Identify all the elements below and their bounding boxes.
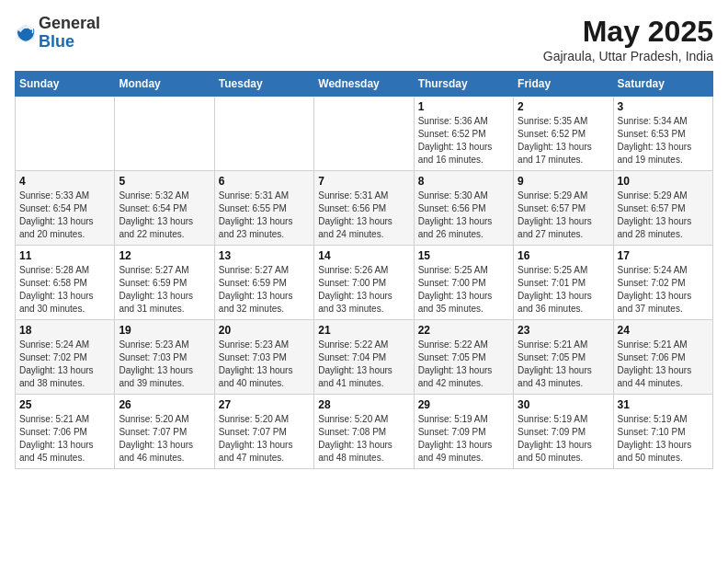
calendar-table: SundayMondayTuesdayWednesdayThursdayFrid… <box>15 71 713 469</box>
calendar-title: May 2025 <box>543 15 713 49</box>
day-detail: Sunrise: 5:32 AM Sunset: 6:54 PM Dayligh… <box>119 190 210 241</box>
day-cell: 31Sunrise: 5:19 AM Sunset: 7:10 PM Dayli… <box>613 395 712 469</box>
day-detail: Sunrise: 5:23 AM Sunset: 7:03 PM Dayligh… <box>119 339 210 390</box>
weekday-header-wednesday: Wednesday <box>314 72 414 97</box>
day-cell: 6Sunrise: 5:31 AM Sunset: 6:55 PM Daylig… <box>214 171 313 246</box>
weekday-header-monday: Monday <box>115 72 214 97</box>
day-detail: Sunrise: 5:29 AM Sunset: 6:57 PM Dayligh… <box>618 190 709 241</box>
day-number: 13 <box>219 249 310 262</box>
title-area: May 2025 Gajraula, Uttar Pradesh, India <box>543 15 713 63</box>
week-row-4: 18Sunrise: 5:24 AM Sunset: 7:02 PM Dayli… <box>16 320 713 395</box>
day-number: 5 <box>119 175 210 188</box>
day-number: 3 <box>618 100 709 113</box>
day-detail: Sunrise: 5:23 AM Sunset: 7:03 PM Dayligh… <box>219 339 310 390</box>
day-number: 22 <box>418 324 509 337</box>
day-detail: Sunrise: 5:19 AM Sunset: 7:09 PM Dayligh… <box>418 413 509 465</box>
weekday-header-saturday: Saturday <box>613 72 712 97</box>
day-detail: Sunrise: 5:21 AM Sunset: 7:06 PM Dayligh… <box>19 413 110 465</box>
day-number: 30 <box>518 398 609 411</box>
day-number: 8 <box>418 175 509 188</box>
day-cell: 1Sunrise: 5:36 AM Sunset: 6:52 PM Daylig… <box>414 97 513 171</box>
day-detail: Sunrise: 5:27 AM Sunset: 6:59 PM Dayligh… <box>119 264 210 316</box>
day-detail: Sunrise: 5:29 AM Sunset: 6:57 PM Dayligh… <box>518 190 609 241</box>
logo-icon <box>15 22 37 44</box>
day-detail: Sunrise: 5:22 AM Sunset: 7:05 PM Dayligh… <box>418 339 509 390</box>
day-cell: 28Sunrise: 5:20 AM Sunset: 7:08 PM Dayli… <box>314 395 414 469</box>
day-number: 31 <box>618 398 709 411</box>
day-cell: 2Sunrise: 5:35 AM Sunset: 6:52 PM Daylig… <box>514 97 613 171</box>
day-cell: 27Sunrise: 5:20 AM Sunset: 7:07 PM Dayli… <box>214 395 313 469</box>
day-cell: 29Sunrise: 5:19 AM Sunset: 7:09 PM Dayli… <box>414 395 513 469</box>
day-detail: Sunrise: 5:22 AM Sunset: 7:04 PM Dayligh… <box>318 339 409 390</box>
day-number: 18 <box>19 324 110 337</box>
day-detail: Sunrise: 5:34 AM Sunset: 6:53 PM Dayligh… <box>618 115 709 167</box>
day-detail: Sunrise: 5:25 AM Sunset: 7:01 PM Dayligh… <box>518 264 609 316</box>
day-cell: 5Sunrise: 5:32 AM Sunset: 6:54 PM Daylig… <box>115 171 214 246</box>
day-detail: Sunrise: 5:19 AM Sunset: 7:09 PM Dayligh… <box>518 413 609 465</box>
day-cell: 7Sunrise: 5:31 AM Sunset: 6:56 PM Daylig… <box>314 171 414 246</box>
day-number: 11 <box>19 249 110 262</box>
day-number: 16 <box>518 249 609 262</box>
day-number: 2 <box>518 100 609 113</box>
day-cell: 13Sunrise: 5:27 AM Sunset: 6:59 PM Dayli… <box>214 246 313 320</box>
day-detail: Sunrise: 5:24 AM Sunset: 7:02 PM Dayligh… <box>618 264 709 316</box>
day-detail: Sunrise: 5:28 AM Sunset: 6:58 PM Dayligh… <box>19 264 110 316</box>
day-detail: Sunrise: 5:20 AM Sunset: 7:08 PM Dayligh… <box>318 413 409 465</box>
day-number: 29 <box>418 398 509 411</box>
weekday-header-thursday: Thursday <box>414 72 513 97</box>
day-detail: Sunrise: 5:30 AM Sunset: 6:56 PM Dayligh… <box>418 190 509 241</box>
day-detail: Sunrise: 5:36 AM Sunset: 6:52 PM Dayligh… <box>418 115 509 167</box>
day-number: 21 <box>318 324 409 337</box>
logo-text: General Blue <box>39 15 100 52</box>
weekday-header-friday: Friday <box>514 72 613 97</box>
day-number: 24 <box>618 324 709 337</box>
day-detail: Sunrise: 5:20 AM Sunset: 7:07 PM Dayligh… <box>119 413 210 465</box>
day-number: 28 <box>318 398 409 411</box>
day-number: 19 <box>119 324 210 337</box>
day-number: 20 <box>219 324 310 337</box>
day-cell: 10Sunrise: 5:29 AM Sunset: 6:57 PM Dayli… <box>613 171 712 246</box>
day-cell: 11Sunrise: 5:28 AM Sunset: 6:58 PM Dayli… <box>16 246 115 320</box>
day-detail: Sunrise: 5:35 AM Sunset: 6:52 PM Dayligh… <box>518 115 609 167</box>
day-cell: 4Sunrise: 5:33 AM Sunset: 6:54 PM Daylig… <box>16 171 115 246</box>
week-row-5: 25Sunrise: 5:21 AM Sunset: 7:06 PM Dayli… <box>16 395 713 469</box>
day-detail: Sunrise: 5:25 AM Sunset: 7:00 PM Dayligh… <box>418 264 509 316</box>
day-cell <box>314 97 414 171</box>
day-number: 25 <box>19 398 110 411</box>
weekday-header-row: SundayMondayTuesdayWednesdayThursdayFrid… <box>16 72 713 97</box>
day-cell: 20Sunrise: 5:23 AM Sunset: 7:03 PM Dayli… <box>214 320 313 395</box>
day-cell: 16Sunrise: 5:25 AM Sunset: 7:01 PM Dayli… <box>514 246 613 320</box>
day-cell <box>214 97 313 171</box>
weekday-header-tuesday: Tuesday <box>214 72 313 97</box>
day-cell: 17Sunrise: 5:24 AM Sunset: 7:02 PM Dayli… <box>613 246 712 320</box>
weekday-header-sunday: Sunday <box>16 72 115 97</box>
calendar-subtitle: Gajraula, Uttar Pradesh, India <box>543 49 713 63</box>
day-cell: 24Sunrise: 5:21 AM Sunset: 7:06 PM Dayli… <box>613 320 712 395</box>
day-detail: Sunrise: 5:31 AM Sunset: 6:55 PM Dayligh… <box>219 190 310 241</box>
day-number: 26 <box>119 398 210 411</box>
day-cell: 30Sunrise: 5:19 AM Sunset: 7:09 PM Dayli… <box>514 395 613 469</box>
day-number: 12 <box>119 249 210 262</box>
page-header: General Blue May 2025 Gajraula, Uttar Pr… <box>15 15 713 63</box>
day-number: 6 <box>219 175 310 188</box>
day-number: 17 <box>618 249 709 262</box>
day-detail: Sunrise: 5:33 AM Sunset: 6:54 PM Dayligh… <box>19 190 110 241</box>
day-detail: Sunrise: 5:21 AM Sunset: 7:06 PM Dayligh… <box>618 339 709 390</box>
day-cell: 18Sunrise: 5:24 AM Sunset: 7:02 PM Dayli… <box>16 320 115 395</box>
day-number: 27 <box>219 398 310 411</box>
week-row-1: 1Sunrise: 5:36 AM Sunset: 6:52 PM Daylig… <box>16 97 713 171</box>
day-cell: 3Sunrise: 5:34 AM Sunset: 6:53 PM Daylig… <box>613 97 712 171</box>
day-number: 9 <box>518 175 609 188</box>
day-detail: Sunrise: 5:26 AM Sunset: 7:00 PM Dayligh… <box>318 264 409 316</box>
day-cell: 12Sunrise: 5:27 AM Sunset: 6:59 PM Dayli… <box>115 246 214 320</box>
logo: General Blue <box>15 15 100 52</box>
day-number: 10 <box>618 175 709 188</box>
day-cell: 25Sunrise: 5:21 AM Sunset: 7:06 PM Dayli… <box>16 395 115 469</box>
day-cell: 19Sunrise: 5:23 AM Sunset: 7:03 PM Dayli… <box>115 320 214 395</box>
day-cell: 14Sunrise: 5:26 AM Sunset: 7:00 PM Dayli… <box>314 246 414 320</box>
day-number: 1 <box>418 100 509 113</box>
day-detail: Sunrise: 5:20 AM Sunset: 7:07 PM Dayligh… <box>219 413 310 465</box>
day-detail: Sunrise: 5:21 AM Sunset: 7:05 PM Dayligh… <box>518 339 609 390</box>
day-detail: Sunrise: 5:27 AM Sunset: 6:59 PM Dayligh… <box>219 264 310 316</box>
week-row-2: 4Sunrise: 5:33 AM Sunset: 6:54 PM Daylig… <box>16 171 713 246</box>
